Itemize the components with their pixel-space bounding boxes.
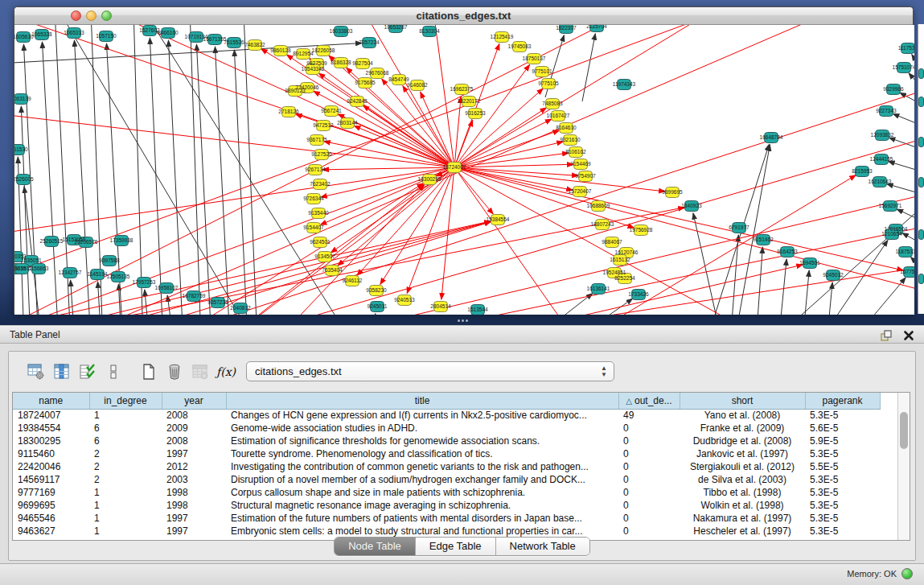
column-header-short[interactable]: short: [680, 393, 805, 409]
table-cell[interactable]: 2008: [162, 435, 226, 447]
table-cell[interactable]: 5.3E-5: [805, 447, 880, 460]
network-view-window[interactable]: citations_edges.txt 18724007746382298601…: [14, 6, 914, 314]
table-cell[interactable]: 1997: [162, 512, 226, 525]
table-cell[interactable]: Corpus callosum shape and size in male p…: [226, 486, 618, 499]
import-table-button[interactable]: [189, 360, 211, 383]
table-cell[interactable]: Tourette syndrome. Phenomenology and cla…: [226, 447, 618, 460]
table-mode-button[interactable]: [25, 360, 47, 383]
row-height-button[interactable]: [102, 360, 125, 383]
table-cell[interactable]: 1997: [162, 447, 226, 460]
table-selector-dropdown[interactable]: citations_edges.txt ▲▼: [246, 361, 614, 381]
table-row[interactable]: 946362711997Embryonic stem cells: a mode…: [13, 525, 880, 538]
table-cell[interactable]: 5.5E-5: [805, 460, 880, 473]
table-cell[interactable]: Nakamura et al. (1997): [680, 512, 805, 525]
table-row[interactable]: 977716911998Corpus callosum shape and si…: [13, 486, 880, 499]
table-cell[interactable]: 0: [618, 512, 680, 525]
network-canvas[interactable]: 1872400774638229860128891295418226058982…: [14, 25, 914, 315]
scrollbar-thumb[interactable]: [900, 412, 908, 449]
table-cell[interactable]: Structural magnetic resonance image aver…: [226, 499, 618, 512]
table-cell[interactable]: 1997: [162, 525, 226, 538]
table-cell[interactable]: 6: [89, 435, 162, 447]
table-row[interactable]: 1456911722003Disruption of a novel membe…: [13, 473, 880, 486]
column-header-out_de[interactable]: △out_de...: [618, 393, 680, 409]
table-cell[interactable]: 9465546: [13, 512, 89, 525]
table-row[interactable]: 1830029562008Estimation of significance …: [13, 435, 880, 447]
splitter-handle[interactable]: [457, 318, 468, 323]
float-panel-icon[interactable]: [879, 328, 893, 343]
column-header-year[interactable]: year: [162, 393, 226, 409]
table-cell[interactable]: 0: [618, 499, 680, 512]
table-cell[interactable]: 1: [89, 486, 162, 499]
table-cell[interactable]: 2: [89, 473, 162, 486]
table-cell[interactable]: 9699695: [13, 499, 89, 512]
table-cell[interactable]: Disruption of a novel member of a sodium…: [226, 473, 618, 486]
table-cell[interactable]: 2009: [162, 422, 226, 435]
table-cell[interactable]: 18724007: [13, 409, 89, 422]
table-cell[interactable]: Estimation of the future numbers of pati…: [226, 512, 618, 525]
memory-indicator[interactable]: Memory: OK: [847, 568, 913, 579]
table-cell[interactable]: Investigating the contribution of common…: [226, 460, 618, 473]
table-cell[interactable]: 22420046: [13, 460, 89, 473]
table-cell[interactable]: 2003: [162, 473, 226, 486]
table-cell[interactable]: 2: [89, 447, 162, 460]
table-cell[interactable]: Franke et al. (2009): [680, 422, 805, 435]
table-cell[interactable]: Stergiakouli et al. (2012): [680, 460, 805, 473]
table-cell[interactable]: 2008: [162, 409, 226, 422]
table-row[interactable]: 1938455462009Genome-wide association stu…: [13, 422, 880, 435]
close-panel-icon[interactable]: [901, 328, 916, 343]
network-window-titlebar[interactable]: citations_edges.txt: [14, 7, 913, 25]
table-cell[interactable]: 0: [618, 486, 680, 499]
table-cell[interactable]: 0: [618, 447, 680, 460]
table-cell[interactable]: 0: [618, 460, 680, 473]
table-cell[interactable]: 9463627: [13, 525, 89, 538]
tab-node-table[interactable]: Node Table: [335, 538, 416, 555]
column-header-pagerank[interactable]: pagerank: [805, 393, 880, 409]
create-column-button[interactable]: [138, 360, 160, 383]
table-cell[interactable]: Tibbo et al. (1998): [680, 486, 805, 499]
table-cell[interactable]: 9777169: [13, 486, 89, 499]
table-cell[interactable]: 9115460: [13, 447, 89, 460]
tab-network-table[interactable]: Network Table: [496, 538, 589, 555]
table-cell[interactable]: 5.9E-5: [805, 435, 880, 447]
table-cell[interactable]: 5.3E-5: [805, 409, 880, 422]
table-cell[interactable]: 0: [618, 473, 680, 486]
table-cell[interactable]: 49: [618, 409, 680, 422]
table-vertical-scrollbar[interactable]: [897, 393, 910, 540]
table-cell[interactable]: Wolkin et al. (1998): [680, 499, 805, 512]
table-cell[interactable]: Estimation of significance thresholds fo…: [226, 435, 618, 447]
table-cell[interactable]: 5.3E-5: [805, 486, 880, 499]
table-cell[interactable]: 5.6E-5: [805, 422, 880, 435]
table-cell[interactable]: 0: [618, 422, 680, 435]
table-cell[interactable]: 1: [89, 409, 162, 422]
table-cell[interactable]: 5.3E-5: [805, 512, 880, 525]
table-cell[interactable]: 14569117: [13, 473, 89, 486]
tab-edge-table[interactable]: Edge Table: [416, 538, 496, 555]
table-cell[interactable]: Changes of HCN gene expression and I(f) …: [226, 409, 618, 422]
table-cell[interactable]: 1: [89, 512, 162, 525]
table-row[interactable]: 2242004622012Investigating the contribut…: [13, 460, 880, 473]
table-cell[interactable]: 2: [89, 460, 162, 473]
table-cell[interactable]: Embryonic stem cells: a model to study s…: [226, 525, 618, 538]
table-row[interactable]: 946554611997Estimation of the future num…: [13, 512, 880, 525]
table-cell[interactable]: 5.3E-5: [805, 525, 880, 538]
delete-column-button[interactable]: [163, 360, 186, 383]
table-row[interactable]: 1872400712008Changes of HCN gene express…: [13, 409, 880, 422]
column-header-name[interactable]: name: [13, 393, 89, 409]
table-cell[interactable]: 5.3E-5: [805, 499, 880, 512]
table-cell[interactable]: 1998: [162, 499, 226, 512]
table-row[interactable]: 911546021997Tourette syndrome. Phenomeno…: [13, 447, 880, 460]
table-cell[interactable]: 0: [618, 435, 680, 447]
table-cell[interactable]: Jankovic et al. (1997): [680, 447, 805, 460]
table-cell[interactable]: Yano et al. (2008): [680, 409, 805, 422]
table-cell[interactable]: 1998: [162, 486, 226, 499]
column-header-title[interactable]: title: [226, 393, 618, 409]
column-header-in_degree[interactable]: in_degree: [89, 393, 162, 409]
table-cell[interactable]: 2012: [162, 460, 226, 473]
table-cell[interactable]: 1: [89, 525, 162, 538]
table-cell[interactable]: 5.3E-5: [805, 473, 880, 486]
table-cell[interactable]: 6: [89, 422, 162, 435]
table-cell[interactable]: Genome-wide association studies in ADHD.: [226, 422, 618, 435]
table-cell[interactable]: de Silva et al. (2003): [680, 473, 805, 486]
show-columns-button[interactable]: [51, 360, 73, 383]
table-row[interactable]: 969969511998Structural magnetic resonanc…: [13, 499, 880, 512]
